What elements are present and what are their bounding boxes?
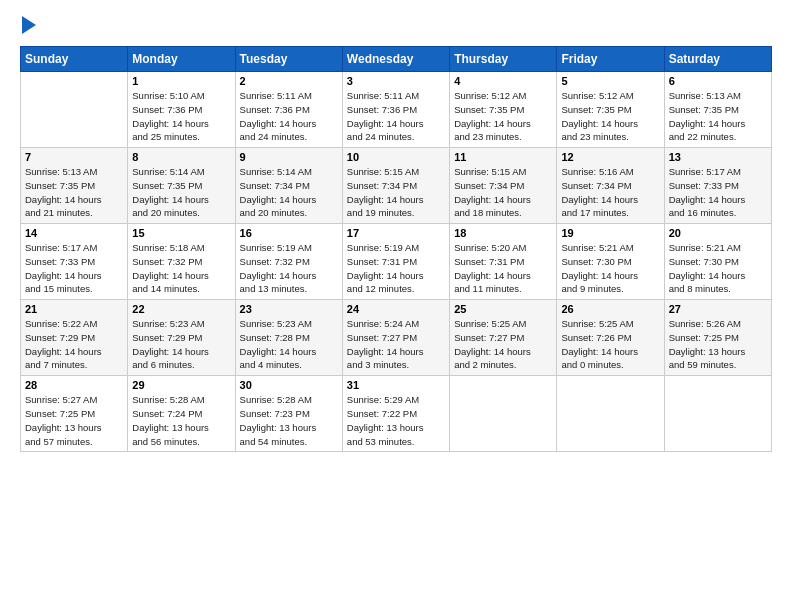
day-info: Sunrise: 5:23 AMSunset: 7:29 PMDaylight:… [132,317,230,372]
day-info: Sunrise: 5:12 AMSunset: 7:35 PMDaylight:… [561,89,659,144]
day-cell: 25Sunrise: 5:25 AMSunset: 7:27 PMDayligh… [450,300,557,376]
day-cell [450,376,557,452]
day-number: 31 [347,379,445,391]
day-cell: 3Sunrise: 5:11 AMSunset: 7:36 PMDaylight… [342,72,449,148]
week-row-5: 28Sunrise: 5:27 AMSunset: 7:25 PMDayligh… [21,376,772,452]
day-cell: 20Sunrise: 5:21 AMSunset: 7:30 PMDayligh… [664,224,771,300]
col-header-thursday: Thursday [450,47,557,72]
week-row-3: 14Sunrise: 5:17 AMSunset: 7:33 PMDayligh… [21,224,772,300]
day-info: Sunrise: 5:11 AMSunset: 7:36 PMDaylight:… [240,89,338,144]
logo-arrow-icon [22,16,36,34]
day-cell: 30Sunrise: 5:28 AMSunset: 7:23 PMDayligh… [235,376,342,452]
day-info: Sunrise: 5:13 AMSunset: 7:35 PMDaylight:… [25,165,123,220]
day-cell: 16Sunrise: 5:19 AMSunset: 7:32 PMDayligh… [235,224,342,300]
day-cell: 9Sunrise: 5:14 AMSunset: 7:34 PMDaylight… [235,148,342,224]
col-header-friday: Friday [557,47,664,72]
day-info: Sunrise: 5:10 AMSunset: 7:36 PMDaylight:… [132,89,230,144]
day-number: 2 [240,75,338,87]
day-number: 13 [669,151,767,163]
col-header-sunday: Sunday [21,47,128,72]
day-info: Sunrise: 5:12 AMSunset: 7:35 PMDaylight:… [454,89,552,144]
day-info: Sunrise: 5:25 AMSunset: 7:26 PMDaylight:… [561,317,659,372]
day-number: 9 [240,151,338,163]
calendar-header-row: SundayMondayTuesdayWednesdayThursdayFrid… [21,47,772,72]
day-number: 23 [240,303,338,315]
day-info: Sunrise: 5:15 AMSunset: 7:34 PMDaylight:… [347,165,445,220]
day-number: 14 [25,227,123,239]
day-number: 7 [25,151,123,163]
day-info: Sunrise: 5:24 AMSunset: 7:27 PMDaylight:… [347,317,445,372]
day-info: Sunrise: 5:14 AMSunset: 7:34 PMDaylight:… [240,165,338,220]
day-cell: 27Sunrise: 5:26 AMSunset: 7:25 PMDayligh… [664,300,771,376]
day-info: Sunrise: 5:20 AMSunset: 7:31 PMDaylight:… [454,241,552,296]
day-number: 16 [240,227,338,239]
day-info: Sunrise: 5:18 AMSunset: 7:32 PMDaylight:… [132,241,230,296]
day-cell: 23Sunrise: 5:23 AMSunset: 7:28 PMDayligh… [235,300,342,376]
day-number: 29 [132,379,230,391]
day-info: Sunrise: 5:21 AMSunset: 7:30 PMDaylight:… [561,241,659,296]
day-number: 10 [347,151,445,163]
day-number: 24 [347,303,445,315]
day-info: Sunrise: 5:27 AMSunset: 7:25 PMDaylight:… [25,393,123,448]
day-cell: 7Sunrise: 5:13 AMSunset: 7:35 PMDaylight… [21,148,128,224]
day-number: 15 [132,227,230,239]
day-cell [21,72,128,148]
day-number: 22 [132,303,230,315]
day-info: Sunrise: 5:28 AMSunset: 7:23 PMDaylight:… [240,393,338,448]
day-cell: 15Sunrise: 5:18 AMSunset: 7:32 PMDayligh… [128,224,235,300]
day-number: 11 [454,151,552,163]
day-cell: 13Sunrise: 5:17 AMSunset: 7:33 PMDayligh… [664,148,771,224]
day-number: 26 [561,303,659,315]
day-cell: 18Sunrise: 5:20 AMSunset: 7:31 PMDayligh… [450,224,557,300]
day-cell: 11Sunrise: 5:15 AMSunset: 7:34 PMDayligh… [450,148,557,224]
week-row-4: 21Sunrise: 5:22 AMSunset: 7:29 PMDayligh… [21,300,772,376]
calendar-page: SundayMondayTuesdayWednesdayThursdayFrid… [0,0,792,464]
day-number: 12 [561,151,659,163]
col-header-tuesday: Tuesday [235,47,342,72]
col-header-saturday: Saturday [664,47,771,72]
day-info: Sunrise: 5:11 AMSunset: 7:36 PMDaylight:… [347,89,445,144]
col-header-monday: Monday [128,47,235,72]
week-row-2: 7Sunrise: 5:13 AMSunset: 7:35 PMDaylight… [21,148,772,224]
day-number: 5 [561,75,659,87]
day-number: 8 [132,151,230,163]
week-row-1: 1Sunrise: 5:10 AMSunset: 7:36 PMDaylight… [21,72,772,148]
day-number: 20 [669,227,767,239]
day-cell [557,376,664,452]
day-cell: 12Sunrise: 5:16 AMSunset: 7:34 PMDayligh… [557,148,664,224]
day-cell: 26Sunrise: 5:25 AMSunset: 7:26 PMDayligh… [557,300,664,376]
day-number: 18 [454,227,552,239]
day-number: 21 [25,303,123,315]
day-number: 25 [454,303,552,315]
day-info: Sunrise: 5:13 AMSunset: 7:35 PMDaylight:… [669,89,767,144]
day-cell: 21Sunrise: 5:22 AMSunset: 7:29 PMDayligh… [21,300,128,376]
day-info: Sunrise: 5:17 AMSunset: 7:33 PMDaylight:… [25,241,123,296]
day-info: Sunrise: 5:26 AMSunset: 7:25 PMDaylight:… [669,317,767,372]
day-number: 17 [347,227,445,239]
day-number: 19 [561,227,659,239]
day-cell: 19Sunrise: 5:21 AMSunset: 7:30 PMDayligh… [557,224,664,300]
day-cell: 22Sunrise: 5:23 AMSunset: 7:29 PMDayligh… [128,300,235,376]
day-cell: 2Sunrise: 5:11 AMSunset: 7:36 PMDaylight… [235,72,342,148]
day-info: Sunrise: 5:21 AMSunset: 7:30 PMDaylight:… [669,241,767,296]
page-header [20,16,772,36]
day-number: 30 [240,379,338,391]
col-header-wednesday: Wednesday [342,47,449,72]
day-info: Sunrise: 5:23 AMSunset: 7:28 PMDaylight:… [240,317,338,372]
day-number: 3 [347,75,445,87]
day-cell: 8Sunrise: 5:14 AMSunset: 7:35 PMDaylight… [128,148,235,224]
day-number: 1 [132,75,230,87]
day-info: Sunrise: 5:14 AMSunset: 7:35 PMDaylight:… [132,165,230,220]
day-info: Sunrise: 5:16 AMSunset: 7:34 PMDaylight:… [561,165,659,220]
day-cell: 10Sunrise: 5:15 AMSunset: 7:34 PMDayligh… [342,148,449,224]
day-cell: 6Sunrise: 5:13 AMSunset: 7:35 PMDaylight… [664,72,771,148]
day-info: Sunrise: 5:17 AMSunset: 7:33 PMDaylight:… [669,165,767,220]
day-cell [664,376,771,452]
day-info: Sunrise: 5:29 AMSunset: 7:22 PMDaylight:… [347,393,445,448]
day-cell: 31Sunrise: 5:29 AMSunset: 7:22 PMDayligh… [342,376,449,452]
day-info: Sunrise: 5:15 AMSunset: 7:34 PMDaylight:… [454,165,552,220]
day-cell: 17Sunrise: 5:19 AMSunset: 7:31 PMDayligh… [342,224,449,300]
day-cell: 14Sunrise: 5:17 AMSunset: 7:33 PMDayligh… [21,224,128,300]
day-cell: 29Sunrise: 5:28 AMSunset: 7:24 PMDayligh… [128,376,235,452]
day-number: 6 [669,75,767,87]
